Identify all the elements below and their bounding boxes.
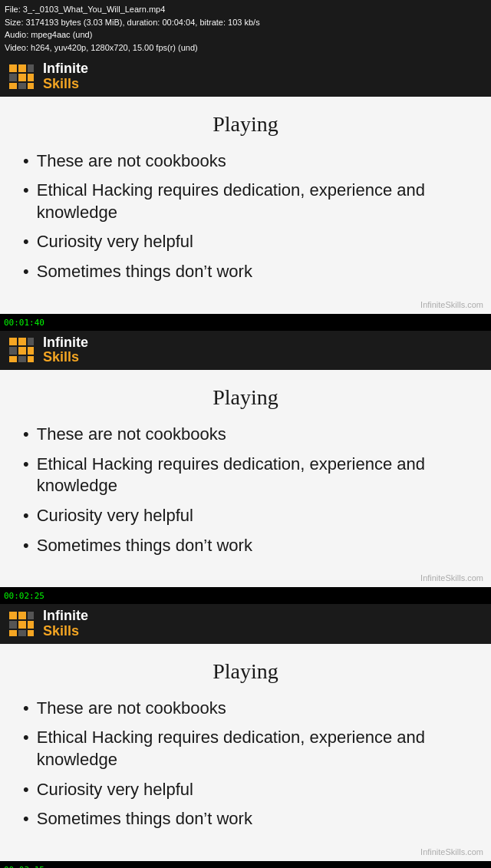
- svg-rect-9: [28, 83, 34, 89]
- svg-rect-2: [18, 64, 26, 72]
- svg-rect-22: [18, 612, 26, 619]
- timestamp-2: 00:02:25: [0, 589, 48, 602]
- logo-infinite-3: Infinite: [43, 609, 88, 624]
- list-item: • These are not cookbooks: [23, 424, 468, 446]
- svg-rect-17: [9, 356, 17, 362]
- svg-rect-21: [9, 612, 17, 619]
- svg-rect-7: [9, 83, 17, 89]
- svg-rect-27: [9, 630, 17, 636]
- svg-rect-19: [28, 356, 34, 362]
- timestamp-row-1: 00:01:40: [0, 314, 491, 331]
- svg-rect-12: [18, 338, 26, 345]
- logo-infinite-2: Infinite: [43, 335, 88, 351]
- svg-rect-8: [18, 83, 26, 89]
- list-item: • These are not cookbooks: [23, 150, 468, 173]
- svg-rect-6: [28, 74, 34, 81]
- svg-rect-4: [9, 74, 17, 81]
- logo-skills-2: Skills: [43, 350, 88, 365]
- slide-content-2: Playing • These are not cookbooks • Ethi…: [0, 370, 491, 587]
- bullet-dot: •: [23, 454, 29, 476]
- list-item: • Sometimes things don’t work: [23, 535, 468, 557]
- file-info-line2: Size: 3174193 bytes (3.03 MiB), duration…: [5, 16, 486, 29]
- bullet-text: Curiosity very helpful: [37, 779, 193, 801]
- svg-rect-16: [28, 347, 34, 355]
- svg-rect-29: [28, 630, 34, 636]
- video-frame-2: Infinite Skills Playing • These are not …: [0, 331, 491, 605]
- logo-icon-1: [8, 63, 35, 91]
- svg-rect-5: [18, 74, 26, 81]
- svg-rect-26: [28, 621, 34, 629]
- file-info-line4: Video: h264, yuv420p, 1280x720, 15.00 fp…: [5, 41, 486, 54]
- list-item: • Ethical Hacking requires dedication, e…: [23, 454, 468, 497]
- file-info-line1: File: 3_-_0103_What_You_Will_Learn.mp4: [5, 3, 486, 16]
- bullet-text: These are not cookbooks: [37, 424, 226, 446]
- logo-infinite-1: Infinite: [43, 61, 88, 77]
- bullet-dot: •: [23, 231, 29, 253]
- bullet-dot: •: [23, 535, 29, 557]
- logo-bar-2: Infinite Skills: [0, 331, 491, 371]
- bullet-text: Curiosity very helpful: [37, 505, 193, 527]
- bullet-text: Curiosity very helpful: [37, 231, 193, 253]
- bullet-text: These are not cookbooks: [37, 698, 226, 720]
- list-item: • Ethical Hacking requires dedication, e…: [23, 180, 468, 223]
- svg-rect-11: [9, 338, 17, 345]
- list-item: • Sometimes things don’t work: [23, 261, 468, 283]
- list-item: • Curiosity very helpful: [23, 779, 468, 801]
- bullet-dot: •: [23, 505, 29, 527]
- bullet-dot: •: [23, 424, 29, 446]
- list-item: • Curiosity very helpful: [23, 505, 468, 527]
- svg-rect-18: [18, 356, 26, 362]
- logo-skills-3: Skills: [43, 624, 88, 639]
- watermark-2: InfiniteSkills.com: [420, 573, 483, 583]
- bullet-list-3: • These are not cookbooks • Ethical Hack…: [23, 698, 468, 830]
- video-frame-1: Infinite Skills Playing • These are not …: [0, 57, 491, 331]
- list-item: • Curiosity very helpful: [23, 231, 468, 253]
- watermark-3: InfiniteSkills.com: [420, 847, 483, 856]
- svg-rect-13: [28, 338, 34, 345]
- logo-text-2: Infinite Skills: [43, 335, 88, 366]
- logo-icon-2: [8, 336, 35, 364]
- list-item: • These are not cookbooks: [23, 698, 468, 720]
- svg-rect-25: [18, 621, 26, 629]
- bullet-dot: •: [23, 779, 29, 801]
- bullet-text: Ethical Hacking requires dedication, exp…: [37, 180, 468, 223]
- svg-rect-14: [9, 347, 17, 355]
- svg-rect-24: [9, 621, 17, 629]
- bullet-text: Sometimes things don’t work: [37, 808, 252, 830]
- bullet-dot: •: [23, 808, 29, 830]
- bullet-text: Sometimes things don’t work: [37, 261, 252, 283]
- slide-content-1: Playing • These are not cookbooks • Ethi…: [0, 97, 491, 314]
- timestamp-3: 00:03:15: [0, 863, 48, 868]
- slide-content-3: Playing • These are not cookbooks • Ethi…: [0, 644, 491, 861]
- svg-rect-28: [18, 630, 26, 636]
- bullet-text: Ethical Hacking requires dedication, exp…: [37, 454, 468, 497]
- list-item: • Sometimes things don’t work: [23, 808, 468, 830]
- logo-bar-1: Infinite Skills: [0, 57, 491, 97]
- logo-text-1: Infinite Skills: [43, 61, 88, 92]
- svg-rect-1: [9, 64, 17, 72]
- bullet-text: Sometimes things don’t work: [37, 535, 252, 557]
- file-info-bar: File: 3_-_0103_What_You_Will_Learn.mp4 S…: [0, 0, 491, 57]
- logo-text-3: Infinite Skills: [43, 609, 88, 639]
- slide-title-3: Playing: [23, 659, 468, 684]
- watermark-1: InfiniteSkills.com: [420, 300, 483, 309]
- bullet-dot: •: [23, 727, 29, 749]
- video-frame-3: Infinite Skills Playing • These are not …: [0, 604, 491, 868]
- bullet-text: These are not cookbooks: [37, 150, 226, 173]
- slide-title-1: Playing: [23, 112, 468, 137]
- logo-icon-3: [8, 610, 35, 638]
- timestamp-row-2: 00:02:25: [0, 587, 491, 604]
- bullet-list-2: • These are not cookbooks • Ethical Hack…: [23, 424, 468, 556]
- logo-skills-1: Skills: [43, 77, 88, 92]
- bullet-dot: •: [23, 698, 29, 720]
- svg-rect-3: [28, 64, 34, 72]
- bullet-text: Ethical Hacking requires dedication, exp…: [37, 727, 468, 771]
- file-info-line3: Audio: mpeg4aac (und): [5, 28, 486, 41]
- bullet-dot: •: [23, 150, 29, 173]
- timestamp-row-3: 00:03:15: [0, 861, 491, 868]
- svg-rect-15: [18, 347, 26, 355]
- list-item: • Ethical Hacking requires dedication, e…: [23, 727, 468, 771]
- bullet-dot: •: [23, 180, 29, 202]
- bullet-list-1: • These are not cookbooks • Ethical Hack…: [23, 150, 468, 283]
- timestamp-1: 00:01:40: [0, 316, 48, 329]
